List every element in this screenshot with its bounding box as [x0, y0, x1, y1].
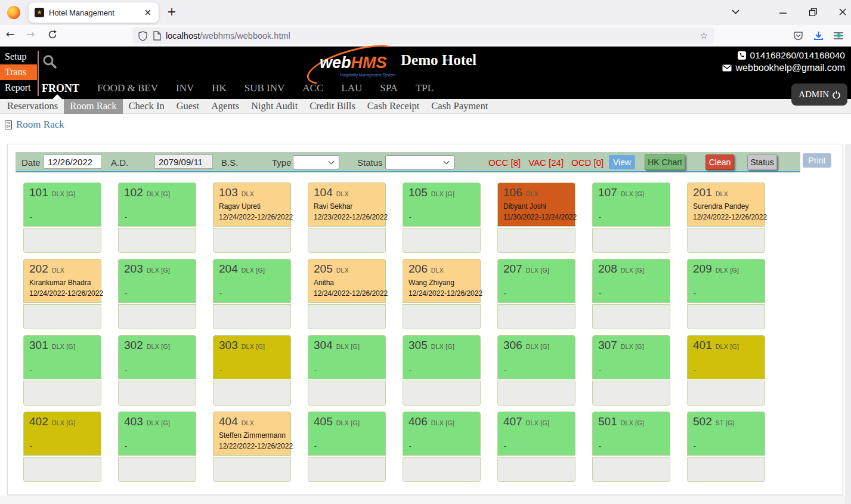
room-status-area[interactable]: 307DLX [G]-	[592, 335, 670, 379]
room-extra-area[interactable]	[687, 457, 765, 482]
print-button[interactable]: Print	[803, 153, 831, 168]
room-card-301[interactable]: 301DLX [G]-	[23, 335, 101, 406]
room-status-area[interactable]: 302DLX [G]-	[118, 335, 196, 379]
room-card-307[interactable]: 307DLX [G]-	[592, 335, 670, 406]
status-select[interactable]	[385, 155, 454, 169]
scrollbar-track[interactable]	[845, 144, 851, 504]
room-status-area[interactable]: 406DLX [G]-	[403, 412, 481, 456]
nav-item-lau[interactable]: LAU	[341, 82, 362, 95]
room-card-101[interactable]: 101DLX [G]-	[23, 183, 101, 253]
room-status-area[interactable]: 203DLX [G]-	[118, 259, 196, 303]
firefox-icon[interactable]	[7, 6, 20, 19]
room-status-area[interactable]: 207DLX [G]-	[497, 259, 575, 303]
room-card-208[interactable]: 208DLX [G]-	[592, 259, 670, 329]
nav-item-tpl[interactable]: TPL	[416, 82, 434, 95]
room-card-105[interactable]: 105DLX [G]-	[403, 183, 481, 253]
window-restore-button[interactable]	[807, 7, 818, 17]
tab-list-chevron-icon[interactable]	[730, 7, 741, 17]
side-menu-item-report[interactable]: Report	[0, 80, 37, 95]
room-extra-area[interactable]	[23, 304, 101, 329]
type-select[interactable]	[293, 155, 339, 169]
room-extra-area[interactable]	[592, 457, 670, 482]
new-tab-button[interactable]: +	[167, 5, 177, 18]
room-card-402[interactable]: 402DLX [G]-	[23, 412, 101, 482]
subnav-item-check-in[interactable]: Check In	[123, 98, 171, 114]
room-card-501[interactable]: 501DLX [G]-	[592, 412, 670, 482]
room-extra-area[interactable]	[687, 304, 765, 329]
room-status-area[interactable]: 303DLX [G]-	[213, 335, 291, 379]
room-status-area[interactable]: 209DLX [G]-	[687, 259, 765, 303]
room-status-area[interactable]: 205DLXAnitha12/24/2022-12/26/2022	[308, 259, 386, 303]
url-bar[interactable]: localhost/webhms/webbook.html ☆	[132, 27, 714, 44]
room-extra-area[interactable]	[592, 304, 670, 329]
subnav-item-night-audit[interactable]: Night Audit	[245, 98, 304, 114]
room-card-107[interactable]: 107DLX [G]-	[592, 183, 670, 253]
subnav-item-guest[interactable]: Guest	[171, 98, 206, 114]
window-close-button[interactable]	[837, 7, 848, 17]
room-status-area[interactable]: 405DLX [G]-	[308, 412, 386, 456]
admin-button[interactable]: ADMIN	[791, 84, 847, 106]
view-button[interactable]: View	[609, 155, 635, 169]
room-extra-area[interactable]	[118, 304, 196, 329]
room-card-405[interactable]: 405DLX [G]-	[308, 412, 386, 482]
bookmark-star-icon[interactable]: ☆	[700, 30, 708, 41]
subnav-item-cash-payment[interactable]: Cash Payment	[425, 98, 494, 114]
room-card-306[interactable]: 306DLX [G]-	[497, 335, 575, 406]
room-status-area[interactable]: 103DLXRagav Upreti12/24/2022-12/26/2022	[213, 183, 291, 227]
room-status-area[interactable]: 202DLXKirankumar Bhadra12/24/2022-12/26/…	[23, 259, 101, 303]
room-status-area[interactable]: 502ST [G]-	[687, 412, 765, 456]
subnav-item-agents[interactable]: Agents	[205, 98, 245, 114]
status-button[interactable]: Status	[747, 154, 777, 170]
room-card-407[interactable]: 407DLX [G]-	[497, 412, 575, 482]
room-extra-area[interactable]	[403, 381, 481, 406]
subnav-item-reservations[interactable]: Reservations	[1, 98, 64, 114]
room-card-206[interactable]: 206DLXWang Zhiyang12/24/2022-12/26/2022	[403, 259, 481, 329]
room-card-106[interactable]: 106DLXDibyant Joshi11/30/2022-12/24/2022	[497, 183, 575, 253]
window-minimize-button[interactable]	[778, 7, 788, 17]
room-extra-area[interactable]	[497, 381, 575, 406]
room-extra-area[interactable]	[213, 228, 291, 253]
room-card-502[interactable]: 502ST [G]-	[687, 412, 765, 482]
room-extra-area[interactable]	[23, 381, 101, 406]
nav-item-food-bev[interactable]: FOOD & BEV	[97, 82, 158, 95]
room-extra-area[interactable]	[23, 228, 101, 253]
clean-button[interactable]: Clean	[705, 154, 734, 170]
room-status-area[interactable]: 105DLX [G]-	[403, 183, 481, 227]
bs-date-input[interactable]	[154, 154, 213, 169]
room-extra-area[interactable]	[213, 304, 291, 329]
room-card-102[interactable]: 102DLX [G]-	[118, 183, 196, 253]
nav-item-spa[interactable]: SPA	[380, 82, 398, 95]
room-card-302[interactable]: 302DLX [G]-	[118, 335, 196, 406]
room-status-area[interactable]: 407DLX [G]-	[497, 412, 575, 456]
room-status-area[interactable]: 102DLX [G]-	[118, 183, 196, 227]
room-extra-area[interactable]	[592, 228, 670, 253]
room-extra-area[interactable]	[403, 304, 481, 329]
room-card-103[interactable]: 103DLXRagav Upreti12/24/2022-12/26/2022	[213, 183, 291, 253]
date-input[interactable]	[44, 154, 102, 169]
room-status-area[interactable]: 101DLX [G]-	[23, 183, 101, 227]
room-status-area[interactable]: 301DLX [G]-	[23, 335, 101, 379]
room-status-area[interactable]: 206DLXWang Zhiyang12/24/2022-12/26/2022	[403, 259, 481, 303]
room-extra-area[interactable]	[118, 457, 196, 482]
subnav-item-cash-receipt[interactable]: Cash Receipt	[361, 98, 426, 114]
search-icon[interactable]	[42, 54, 58, 70]
room-status-area[interactable]: 402DLX [G]-	[23, 412, 101, 456]
room-card-204[interactable]: 204DLX [G]-	[213, 259, 291, 329]
room-card-201[interactable]: 201DLXSurendra Pandey12/24/2022-12/26/20…	[687, 183, 765, 253]
nav-item-front[interactable]: FRONT	[42, 82, 79, 95]
room-extra-area[interactable]	[403, 457, 481, 482]
room-extra-area[interactable]	[118, 228, 196, 253]
room-card-203[interactable]: 203DLX [G]-	[118, 259, 196, 329]
room-extra-area[interactable]	[592, 381, 670, 406]
room-status-area[interactable]: 305DLX [G]-	[403, 335, 481, 379]
room-extra-area[interactable]	[118, 381, 196, 406]
room-card-202[interactable]: 202DLXKirankumar Bhadra12/24/2022-12/26/…	[23, 259, 101, 329]
room-card-303[interactable]: 303DLX [G]-	[213, 335, 291, 406]
subnav-item-room-rack[interactable]: Room Rack	[64, 98, 122, 114]
page-info-icon[interactable]	[153, 31, 161, 41]
nav-item-acc[interactable]: ACC	[302, 82, 323, 95]
room-extra-area[interactable]	[497, 304, 575, 329]
room-extra-area[interactable]	[687, 228, 765, 253]
room-status-area[interactable]: 401DLX [G]-	[687, 335, 765, 379]
room-extra-area[interactable]	[213, 457, 291, 482]
